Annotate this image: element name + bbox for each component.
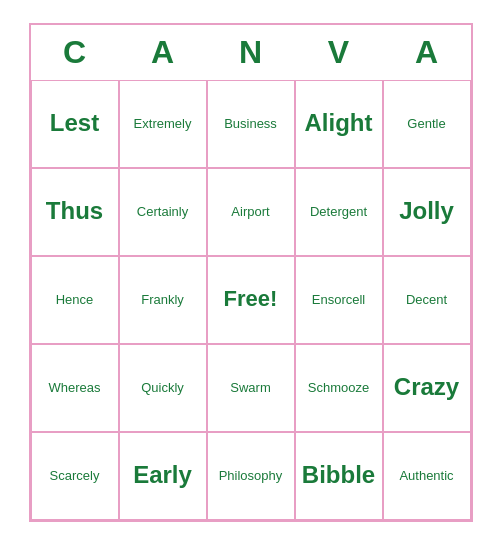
bingo-cell-1-4: Jolly [383, 168, 471, 256]
bingo-cell-0-4: Gentle [383, 80, 471, 168]
bingo-row-2: HenceFranklyFree!EnsorcellDecent [31, 256, 471, 344]
cell-text-1-3: Detergent [310, 204, 367, 220]
bingo-cell-2-0: Hence [31, 256, 119, 344]
bingo-cell-2-2: Free! [207, 256, 295, 344]
bingo-card: CANVA LestExtremelyBusinessAlightGentleT… [29, 23, 473, 522]
bingo-cell-1-2: Airport [207, 168, 295, 256]
bingo-cell-4-3: Bibble [295, 432, 383, 520]
cell-text-2-0: Hence [56, 292, 94, 308]
bingo-cell-4-1: Early [119, 432, 207, 520]
cell-text-2-4: Decent [406, 292, 447, 308]
bingo-cell-3-0: Whereas [31, 344, 119, 432]
cell-text-0-0: Lest [50, 109, 99, 138]
cell-text-3-0: Whereas [48, 380, 100, 396]
bingo-cell-0-1: Extremely [119, 80, 207, 168]
bingo-cell-3-4: Crazy [383, 344, 471, 432]
header-letter-2: N [207, 25, 295, 80]
bingo-cell-2-4: Decent [383, 256, 471, 344]
bingo-cell-2-3: Ensorcell [295, 256, 383, 344]
cell-text-4-2: Philosophy [219, 468, 283, 484]
cell-text-0-4: Gentle [407, 116, 445, 132]
cell-text-2-3: Ensorcell [312, 292, 365, 308]
cell-text-4-1: Early [133, 461, 192, 490]
cell-text-1-0: Thus [46, 197, 103, 226]
cell-text-1-4: Jolly [399, 197, 454, 226]
bingo-cell-3-3: Schmooze [295, 344, 383, 432]
cell-text-3-1: Quickly [141, 380, 184, 396]
header-letter-0: C [31, 25, 119, 80]
bingo-cell-3-2: Swarm [207, 344, 295, 432]
bingo-row-1: ThusCertainlyAirportDetergentJolly [31, 168, 471, 256]
bingo-cell-0-0: Lest [31, 80, 119, 168]
bingo-grid: LestExtremelyBusinessAlightGentleThusCer… [31, 80, 471, 520]
bingo-cell-1-1: Certainly [119, 168, 207, 256]
bingo-cell-1-0: Thus [31, 168, 119, 256]
cell-text-3-4: Crazy [394, 373, 459, 402]
bingo-row-0: LestExtremelyBusinessAlightGentle [31, 80, 471, 168]
cell-text-0-2: Business [224, 116, 277, 132]
bingo-cell-2-1: Frankly [119, 256, 207, 344]
cell-text-4-0: Scarcely [50, 468, 100, 484]
cell-text-1-2: Airport [231, 204, 269, 220]
bingo-cell-4-4: Authentic [383, 432, 471, 520]
header-letter-1: A [119, 25, 207, 80]
cell-text-1-1: Certainly [137, 204, 188, 220]
cell-text-3-3: Schmooze [308, 380, 369, 396]
bingo-cell-0-2: Business [207, 80, 295, 168]
header-letter-3: V [295, 25, 383, 80]
bingo-header: CANVA [31, 25, 471, 80]
bingo-cell-3-1: Quickly [119, 344, 207, 432]
bingo-cell-4-0: Scarcely [31, 432, 119, 520]
cell-text-4-4: Authentic [399, 468, 453, 484]
bingo-cell-4-2: Philosophy [207, 432, 295, 520]
header-letter-4: A [383, 25, 471, 80]
cell-text-4-3: Bibble [302, 461, 375, 490]
bingo-cell-0-3: Alight [295, 80, 383, 168]
cell-text-2-2: Free! [224, 286, 278, 312]
cell-text-0-1: Extremely [134, 116, 192, 132]
bingo-cell-1-3: Detergent [295, 168, 383, 256]
bingo-row-4: ScarcelyEarlyPhilosophyBibbleAuthentic [31, 432, 471, 520]
bingo-row-3: WhereasQuicklySwarmSchmoozeCrazy [31, 344, 471, 432]
cell-text-2-1: Frankly [141, 292, 184, 308]
cell-text-0-3: Alight [305, 109, 373, 138]
cell-text-3-2: Swarm [230, 380, 270, 396]
